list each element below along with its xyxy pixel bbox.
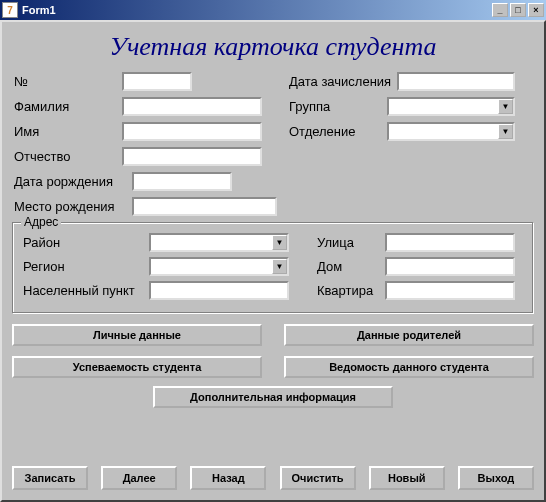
region-label: Регион — [21, 258, 149, 275]
enroll-label: Дата зачисления — [287, 73, 397, 90]
back-button[interactable]: Назад — [190, 466, 266, 490]
birthdate-label: Дата рорждения — [12, 173, 132, 190]
next-button[interactable]: Далее — [101, 466, 177, 490]
patronymic-label: Отчество — [12, 148, 122, 165]
chevron-down-icon[interactable]: ▼ — [498, 124, 513, 139]
patronymic-input[interactable] — [122, 147, 262, 166]
house-input[interactable] — [385, 257, 515, 276]
apt-label: Квартира — [315, 282, 385, 299]
surname-input[interactable] — [122, 97, 262, 116]
group-combo[interactable]: ▼ — [387, 97, 515, 116]
minimize-button[interactable]: _ — [492, 3, 508, 17]
report-button[interactable]: Ведомость данного студента — [284, 356, 534, 378]
district-input[interactable] — [149, 233, 289, 252]
enroll-input[interactable] — [397, 72, 515, 91]
maximize-button[interactable]: □ — [510, 3, 526, 17]
region-input[interactable] — [149, 257, 289, 276]
save-button[interactable]: Записать — [12, 466, 88, 490]
client-area: Учетная карточка студента № Фамилия Имя … — [0, 20, 546, 502]
dept-combo[interactable]: ▼ — [387, 122, 515, 141]
parents-button[interactable]: Данные родителей — [284, 324, 534, 346]
exit-button[interactable]: Выход — [458, 466, 534, 490]
apt-input[interactable] — [385, 281, 515, 300]
birthdate-input[interactable] — [132, 172, 232, 191]
number-input[interactable] — [122, 72, 192, 91]
extra-button[interactable]: Дополнительная информация — [153, 386, 393, 408]
title-bar: 7 Form1 _ □ × — [0, 0, 546, 20]
dept-input[interactable] — [387, 122, 515, 141]
district-label: Район — [21, 234, 149, 251]
window-title: Form1 — [22, 4, 492, 16]
address-group: Адрес Район ▼ Регион ▼ — [12, 222, 534, 314]
personal-button[interactable]: Личные данные — [12, 324, 262, 346]
city-label: Населенный пункт — [21, 282, 149, 299]
chevron-down-icon[interactable]: ▼ — [272, 235, 287, 250]
street-label: Улица — [315, 234, 385, 251]
page-title: Учетная карточка студента — [12, 32, 534, 62]
progress-button[interactable]: Успеваемость студента — [12, 356, 262, 378]
close-button[interactable]: × — [528, 3, 544, 17]
city-input[interactable] — [149, 281, 289, 300]
chevron-down-icon[interactable]: ▼ — [272, 259, 287, 274]
birthplace-input[interactable] — [132, 197, 277, 216]
new-button[interactable]: Новый — [369, 466, 445, 490]
name-input[interactable] — [122, 122, 262, 141]
address-title: Адрес — [21, 215, 61, 229]
surname-label: Фамилия — [12, 98, 122, 115]
birthplace-label: Место рождения — [12, 198, 132, 215]
street-input[interactable] — [385, 233, 515, 252]
region-combo[interactable]: ▼ — [149, 257, 289, 276]
name-label: Имя — [12, 123, 122, 140]
clear-button[interactable]: Очистить — [280, 466, 356, 490]
chevron-down-icon[interactable]: ▼ — [498, 99, 513, 114]
app-icon: 7 — [2, 2, 18, 18]
number-label: № — [12, 73, 122, 90]
house-label: Дом — [315, 258, 385, 275]
dept-label: Отделение — [287, 123, 387, 140]
group-input[interactable] — [387, 97, 515, 116]
group-label: Группа — [287, 98, 387, 115]
district-combo[interactable]: ▼ — [149, 233, 289, 252]
